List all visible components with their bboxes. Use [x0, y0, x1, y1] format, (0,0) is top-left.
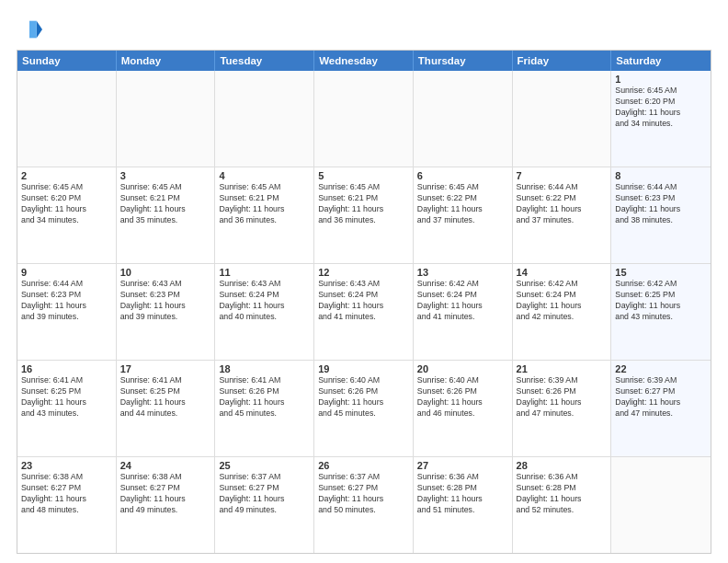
day-number: 27 — [417, 460, 508, 471]
day-number: 20 — [417, 363, 508, 374]
day-number: 5 — [318, 170, 409, 181]
day-info: Sunrise: 6:39 AM Sunset: 6:26 PM Dayligh… — [517, 375, 608, 419]
calendar-cell: 1Sunrise: 6:45 AM Sunset: 6:20 PM Daylig… — [611, 71, 711, 167]
day-number: 1 — [615, 74, 707, 85]
day-info: Sunrise: 6:44 AM Sunset: 6:23 PM Dayligh… — [21, 279, 112, 323]
day-number: 8 — [615, 170, 707, 181]
day-info: Sunrise: 6:42 AM Sunset: 6:25 PM Dayligh… — [615, 279, 707, 323]
day-number: 13 — [417, 267, 508, 278]
calendar-cell — [117, 71, 216, 167]
calendar-cell: 5Sunrise: 6:45 AM Sunset: 6:21 PM Daylig… — [314, 167, 414, 263]
day-number: 24 — [120, 460, 211, 471]
calendar-cell: 3Sunrise: 6:45 AM Sunset: 6:21 PM Daylig… — [117, 167, 216, 263]
day-info: Sunrise: 6:42 AM Sunset: 6:24 PM Dayligh… — [417, 279, 508, 323]
calendar-row: 2Sunrise: 6:45 AM Sunset: 6:20 PM Daylig… — [17, 167, 711, 264]
day-info: Sunrise: 6:45 AM Sunset: 6:21 PM Dayligh… — [318, 182, 409, 226]
calendar-cell: 6Sunrise: 6:45 AM Sunset: 6:22 PM Daylig… — [414, 167, 513, 263]
day-info: Sunrise: 6:44 AM Sunset: 6:22 PM Dayligh… — [517, 182, 608, 226]
calendar-cell: 12Sunrise: 6:43 AM Sunset: 6:24 PM Dayli… — [314, 264, 414, 360]
logo-icon — [17, 17, 42, 42]
calendar-cell — [513, 71, 612, 167]
day-info: Sunrise: 6:38 AM Sunset: 6:27 PM Dayligh… — [120, 472, 211, 516]
calendar-cell: 28Sunrise: 6:36 AM Sunset: 6:28 PM Dayli… — [513, 457, 612, 553]
day-info: Sunrise: 6:38 AM Sunset: 6:27 PM Dayligh… — [21, 472, 112, 516]
day-number: 17 — [120, 363, 211, 374]
day-number: 9 — [21, 267, 112, 278]
calendar-cell: 27Sunrise: 6:36 AM Sunset: 6:28 PM Dayli… — [414, 457, 513, 553]
calendar-cell: 22Sunrise: 6:39 AM Sunset: 6:27 PM Dayli… — [611, 361, 711, 456]
calendar-cell: 13Sunrise: 6:42 AM Sunset: 6:24 PM Dayli… — [414, 264, 513, 360]
day-info: Sunrise: 6:40 AM Sunset: 6:26 PM Dayligh… — [318, 375, 409, 419]
calendar-cell: 14Sunrise: 6:42 AM Sunset: 6:24 PM Dayli… — [513, 264, 612, 360]
calendar-cell: 8Sunrise: 6:44 AM Sunset: 6:23 PM Daylig… — [611, 167, 711, 263]
day-number: 19 — [318, 363, 409, 374]
calendar-cell: 2Sunrise: 6:45 AM Sunset: 6:20 PM Daylig… — [17, 167, 117, 263]
day-info: Sunrise: 6:42 AM Sunset: 6:24 PM Dayligh… — [517, 279, 608, 323]
calendar-cell — [314, 71, 414, 167]
day-number: 28 — [517, 460, 608, 471]
day-info: Sunrise: 6:36 AM Sunset: 6:28 PM Dayligh… — [517, 472, 608, 516]
day-number: 12 — [318, 267, 409, 278]
weekday-header: Monday — [117, 51, 216, 71]
day-number: 22 — [615, 363, 707, 374]
calendar-cell: 19Sunrise: 6:40 AM Sunset: 6:26 PM Dayli… — [314, 361, 414, 456]
weekday-header: Sunday — [17, 51, 117, 71]
logo — [17, 17, 46, 42]
calendar-row: 23Sunrise: 6:38 AM Sunset: 6:27 PM Dayli… — [17, 457, 711, 553]
calendar-cell: 26Sunrise: 6:37 AM Sunset: 6:27 PM Dayli… — [314, 457, 414, 553]
calendar-cell: 21Sunrise: 6:39 AM Sunset: 6:26 PM Dayli… — [513, 361, 612, 456]
day-number: 26 — [318, 460, 409, 471]
day-info: Sunrise: 6:40 AM Sunset: 6:26 PM Dayligh… — [417, 375, 508, 419]
weekday-header: Friday — [513, 51, 612, 71]
day-number: 4 — [219, 170, 310, 181]
calendar-cell: 25Sunrise: 6:37 AM Sunset: 6:27 PM Dayli… — [215, 457, 314, 553]
day-number: 15 — [615, 267, 707, 278]
calendar-cell: 7Sunrise: 6:44 AM Sunset: 6:22 PM Daylig… — [513, 167, 612, 263]
day-info: Sunrise: 6:44 AM Sunset: 6:23 PM Dayligh… — [615, 182, 707, 226]
calendar-cell — [17, 71, 117, 167]
day-info: Sunrise: 6:37 AM Sunset: 6:27 PM Dayligh… — [318, 472, 409, 516]
day-info: Sunrise: 6:45 AM Sunset: 6:21 PM Dayligh… — [219, 182, 310, 226]
day-info: Sunrise: 6:39 AM Sunset: 6:27 PM Dayligh… — [615, 375, 707, 419]
day-number: 25 — [219, 460, 310, 471]
calendar-cell: 20Sunrise: 6:40 AM Sunset: 6:26 PM Dayli… — [414, 361, 513, 456]
day-number: 18 — [219, 363, 310, 374]
header — [17, 17, 711, 42]
day-info: Sunrise: 6:43 AM Sunset: 6:24 PM Dayligh… — [219, 279, 310, 323]
calendar-row: 9Sunrise: 6:44 AM Sunset: 6:23 PM Daylig… — [17, 264, 711, 361]
day-number: 16 — [21, 363, 112, 374]
weekday-header: Tuesday — [215, 51, 314, 71]
calendar-cell: 17Sunrise: 6:41 AM Sunset: 6:25 PM Dayli… — [117, 361, 216, 456]
day-number: 6 — [417, 170, 508, 181]
calendar-row: 16Sunrise: 6:41 AM Sunset: 6:25 PM Dayli… — [17, 361, 711, 457]
day-info: Sunrise: 6:43 AM Sunset: 6:24 PM Dayligh… — [318, 279, 409, 323]
day-info: Sunrise: 6:45 AM Sunset: 6:21 PM Dayligh… — [120, 182, 211, 226]
day-number: 23 — [21, 460, 112, 471]
weekday-header: Wednesday — [314, 51, 414, 71]
day-info: Sunrise: 6:45 AM Sunset: 6:20 PM Dayligh… — [615, 86, 707, 130]
calendar-cell: 16Sunrise: 6:41 AM Sunset: 6:25 PM Dayli… — [17, 361, 117, 456]
day-info: Sunrise: 6:45 AM Sunset: 6:22 PM Dayligh… — [417, 182, 508, 226]
day-number: 7 — [517, 170, 608, 181]
page: SundayMondayTuesdayWednesdayThursdayFrid… — [0, 0, 728, 563]
calendar-cell: 11Sunrise: 6:43 AM Sunset: 6:24 PM Dayli… — [215, 264, 314, 360]
svg-marker-0 — [37, 21, 42, 39]
calendar-body: 1Sunrise: 6:45 AM Sunset: 6:20 PM Daylig… — [17, 71, 711, 553]
day-info: Sunrise: 6:45 AM Sunset: 6:20 PM Dayligh… — [21, 182, 112, 226]
calendar-row: 1Sunrise: 6:45 AM Sunset: 6:20 PM Daylig… — [17, 71, 711, 167]
calendar-header: SundayMondayTuesdayWednesdayThursdayFrid… — [17, 51, 711, 71]
calendar-cell: 9Sunrise: 6:44 AM Sunset: 6:23 PM Daylig… — [17, 264, 117, 360]
calendar-cell: 18Sunrise: 6:41 AM Sunset: 6:26 PM Dayli… — [215, 361, 314, 456]
day-number: 3 — [120, 170, 211, 181]
calendar-cell: 4Sunrise: 6:45 AM Sunset: 6:21 PM Daylig… — [215, 167, 314, 263]
weekday-header: Thursday — [414, 51, 513, 71]
day-number: 14 — [517, 267, 608, 278]
day-info: Sunrise: 6:41 AM Sunset: 6:25 PM Dayligh… — [120, 375, 211, 419]
day-info: Sunrise: 6:43 AM Sunset: 6:23 PM Dayligh… — [120, 279, 211, 323]
calendar-cell: 23Sunrise: 6:38 AM Sunset: 6:27 PM Dayli… — [17, 457, 117, 553]
svg-marker-1 — [29, 21, 37, 39]
day-info: Sunrise: 6:41 AM Sunset: 6:26 PM Dayligh… — [219, 375, 310, 419]
weekday-header: Saturday — [611, 51, 711, 71]
calendar-cell: 15Sunrise: 6:42 AM Sunset: 6:25 PM Dayli… — [611, 264, 711, 360]
day-info: Sunrise: 6:37 AM Sunset: 6:27 PM Dayligh… — [219, 472, 310, 516]
